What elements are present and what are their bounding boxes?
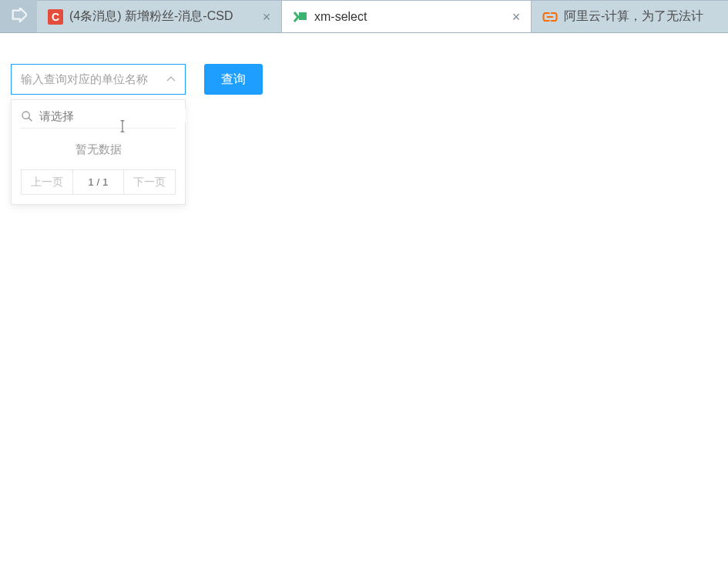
browser-tab-bar: C (4条消息) 新增粉丝-消息-CSD × xm-select × 阿里云-计… <box>0 0 728 33</box>
close-icon[interactable]: × <box>509 10 523 24</box>
select-dropdown: 暂无数据 上一页 1 / 1 下一页 <box>11 99 186 205</box>
select-wrapper: 输入查询对应的单位名称 暂无数据 上一页 1 / 1 下一页 <box>11 64 186 95</box>
forward-arrow-icon <box>10 8 27 25</box>
select-placeholder: 输入查询对应的单位名称 <box>21 72 166 87</box>
dropdown-search-row <box>21 108 176 129</box>
aliyun-favicon-icon <box>542 9 558 25</box>
tab-xm-select[interactable]: xm-select × <box>282 0 532 32</box>
tab-csdn[interactable]: C (4条消息) 新增粉丝-消息-CSD × <box>37 0 282 32</box>
page-content: 输入查询对应的单位名称 暂无数据 上一页 1 / 1 下一页 <box>0 33 728 95</box>
tab-aliyun[interactable]: 阿里云-计算，为了无法计 <box>532 0 728 32</box>
unit-select[interactable]: 输入查询对应的单位名称 <box>11 64 186 95</box>
csdn-favicon-icon: C <box>48 9 63 25</box>
dropdown-empty-text: 暂无数据 <box>21 129 176 169</box>
svg-line-1 <box>29 118 32 121</box>
dropdown-pager: 上一页 1 / 1 下一页 <box>21 169 176 195</box>
pager-page-info: 1 / 1 <box>72 170 125 194</box>
tab-title: (4条消息) 新增粉丝-消息-CSD <box>69 8 252 25</box>
forward-button[interactable] <box>0 0 37 32</box>
tab-title: 阿里云-计算，为了无法计 <box>564 8 720 25</box>
query-button[interactable]: 查询 <box>204 64 263 95</box>
pager-next-button[interactable]: 下一页 <box>124 170 175 194</box>
pager-prev-button[interactable]: 上一页 <box>22 170 72 194</box>
chevron-up-icon <box>166 76 176 82</box>
dropdown-search-input[interactable] <box>39 109 186 122</box>
search-icon <box>21 110 33 122</box>
close-icon[interactable]: × <box>260 10 273 24</box>
tab-title: xm-select <box>314 10 502 24</box>
xm-favicon-icon <box>293 9 308 25</box>
